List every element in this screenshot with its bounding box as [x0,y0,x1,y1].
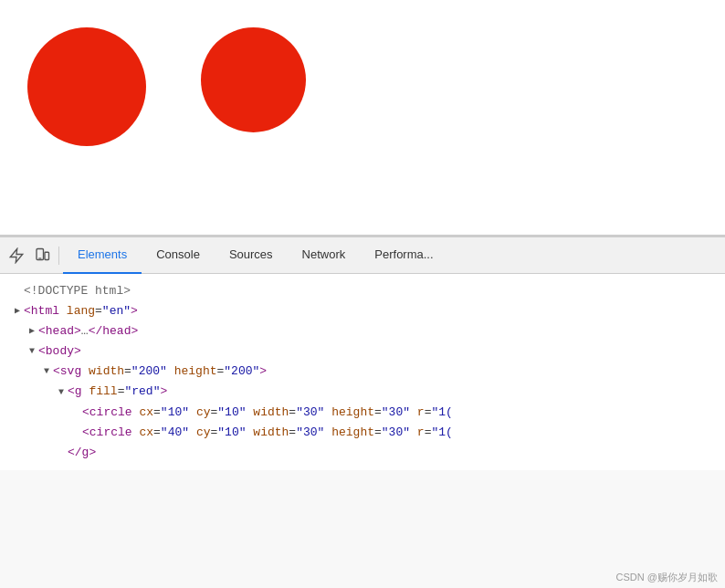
watermark: CSDN @赐你岁月如歌 [616,571,718,584]
tab-elements[interactable]: Elements [63,237,142,274]
devtools-content-panel: <!DOCTYPE html> ▶ <html lang="en"> ▶ <he… [0,274,725,588]
code-line-svg[interactable]: ▼ <svg width="200" height="200"> [11,362,714,382]
device-toolbar-icon[interactable] [29,243,55,268]
code-line-circle1: <circle cx="10" cy="10" width="30" heigh… [11,403,714,423]
tab-sources[interactable]: Sources [215,237,288,274]
browser-preview [0,0,725,236]
code-line-html[interactable]: ▶ <html lang="en"> [11,301,714,321]
code-line-doctype: <!DOCTYPE html> [11,281,714,301]
devtools-toolbar: Elements Console Sources Network Perform… [0,237,725,274]
tab-performance[interactable]: Performa... [360,237,447,274]
svg-rect-1 [45,252,49,259]
devtools-code-view: <!DOCTYPE html> ▶ <html lang="en"> ▶ <he… [0,274,725,470]
code-line-g[interactable]: ▼ <g fill="red"> [11,382,714,402]
code-line-g-close: </g> [11,443,714,463]
circle-2 [201,27,306,132]
circle-1 [27,27,146,146]
code-line-circle2: <circle cx="40" cy="10" width="30" heigh… [11,423,714,443]
inspect-icon[interactable] [4,243,29,268]
toolbar-divider [58,247,59,265]
code-line-body[interactable]: ▼ <body> [11,341,714,362]
tab-console[interactable]: Console [142,237,215,274]
devtools-panel: Elements Console Sources Network Perform… [0,236,725,588]
code-line-head[interactable]: ▶ <head>…</head> [11,321,714,341]
tab-network[interactable]: Network [288,237,361,274]
